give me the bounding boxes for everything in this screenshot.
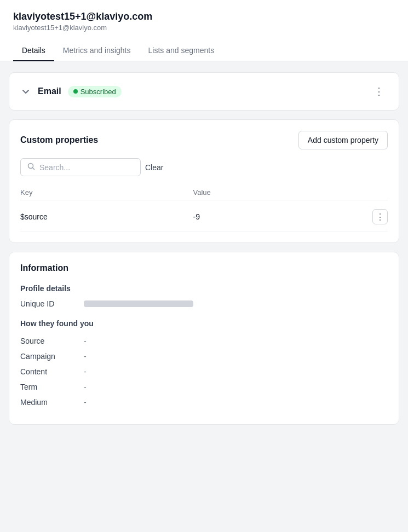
- custom-props-header: Custom properties Add custom property: [20, 131, 388, 149]
- clear-search-button[interactable]: Clear: [145, 163, 163, 172]
- page-header: klaviyotest15+1@klaviyo.com klaviyotest1…: [0, 0, 408, 61]
- search-input[interactable]: [39, 163, 134, 172]
- content-key: Content: [20, 367, 75, 376]
- unique-id-row: Unique ID: [20, 299, 388, 308]
- campaign-row: Campaign -: [20, 352, 388, 361]
- unique-id-key: Unique ID: [20, 299, 75, 308]
- medium-key: Medium: [20, 398, 75, 407]
- campaign-key: Campaign: [20, 352, 75, 361]
- property-key: $source: [20, 212, 193, 221]
- page-title: klaviyotest15+1@klaviyo.com: [13, 11, 395, 22]
- search-icon: [27, 163, 35, 172]
- source-key: Source: [20, 337, 75, 345]
- tab-lists[interactable]: Lists and segments: [140, 41, 223, 61]
- email-label: Email: [38, 86, 61, 96]
- email-more-button[interactable]: ⋮: [370, 83, 388, 100]
- add-custom-property-button[interactable]: Add custom property: [298, 131, 388, 149]
- custom-props-title: Custom properties: [20, 135, 98, 145]
- table-row: $source -9 ⋮: [20, 203, 388, 232]
- tab-bar: Details Metrics and insights Lists and s…: [13, 41, 395, 61]
- row-more-button[interactable]: ⋮: [372, 209, 388, 224]
- source-value: -: [84, 337, 87, 345]
- information-card: Information Profile details Unique ID Ho…: [9, 252, 399, 425]
- subscribed-dot-icon: [73, 89, 78, 94]
- search-wrapper: [20, 158, 141, 176]
- content-value: -: [84, 367, 87, 376]
- medium-value: -: [84, 398, 87, 407]
- term-row: Term -: [20, 383, 388, 391]
- how-found-title: How they found you: [20, 319, 388, 328]
- subscribed-badge: Subscribed: [68, 86, 122, 97]
- source-row: Source -: [20, 337, 388, 345]
- table-header: Key Value: [20, 185, 388, 200]
- column-key-header: Key: [20, 188, 193, 196]
- email-subscription-card: Email Subscribed ⋮: [9, 72, 399, 111]
- search-row: Clear: [20, 158, 388, 176]
- main-content: Email Subscribed ⋮ Custom properties Add…: [0, 61, 408, 436]
- unique-id-redacted: [84, 300, 193, 307]
- tab-metrics[interactable]: Metrics and insights: [54, 41, 140, 61]
- column-value-header: Value: [193, 188, 366, 196]
- term-value: -: [84, 383, 87, 391]
- tab-details[interactable]: Details: [13, 41, 54, 61]
- medium-row: Medium -: [20, 398, 388, 407]
- content-row: Content -: [20, 367, 388, 376]
- campaign-value: -: [84, 352, 87, 361]
- property-value: -9: [193, 212, 366, 221]
- information-title: Information: [20, 263, 388, 273]
- profile-details-label: Profile details: [20, 284, 388, 293]
- email-card-left: Email Subscribed: [20, 86, 122, 97]
- page-subtitle: klaviyotest15+1@klaviyo.com: [13, 24, 395, 32]
- custom-properties-card: Custom properties Add custom property Cl…: [9, 119, 399, 243]
- chevron-down-icon[interactable]: [20, 86, 31, 97]
- term-key: Term: [20, 383, 75, 391]
- subscribed-label: Subscribed: [81, 88, 116, 96]
